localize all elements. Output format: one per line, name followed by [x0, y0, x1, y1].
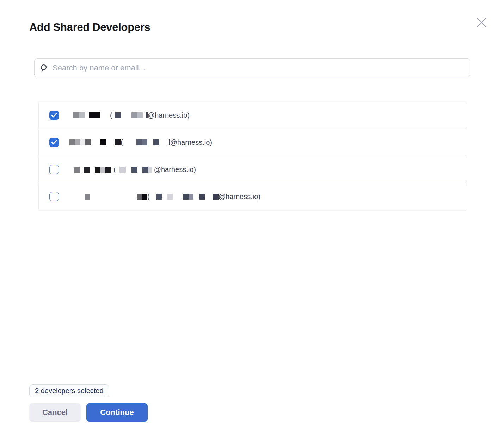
spacer — [126, 169, 131, 170]
spacer — [90, 169, 95, 170]
spacer — [69, 197, 85, 197]
page-title: Add Shared Developers — [29, 21, 150, 34]
redacted-block — [84, 167, 90, 173]
redacted-block — [142, 167, 152, 173]
spacer — [137, 169, 142, 170]
spacer — [69, 115, 73, 116]
spacer — [91, 142, 100, 143]
redacted-block — [69, 139, 91, 145]
developer-row[interactable]: (@harness.io) — [39, 156, 466, 183]
developer-name: (@harness.io) — [69, 193, 260, 201]
redacted-block — [73, 112, 85, 118]
spacer — [193, 197, 199, 197]
developer-email: @harness.io) — [148, 111, 190, 119]
developer-name: (@harness.io) — [69, 111, 190, 119]
redacted-block — [119, 167, 126, 173]
developer-checkbox[interactable] — [49, 111, 59, 120]
spacer — [112, 115, 115, 116]
redacted-block — [115, 112, 121, 118]
redacted-block — [131, 112, 143, 118]
developer-row[interactable]: (@harness.io) — [39, 102, 466, 129]
developer-checkbox[interactable] — [49, 138, 59, 147]
redacted-block — [85, 194, 90, 200]
cancel-button[interactable]: Cancel — [29, 403, 81, 422]
developer-name: (@harness.io) — [69, 166, 196, 174]
spacer — [150, 197, 156, 197]
developer-row[interactable]: (@harness.io) — [39, 183, 466, 210]
redacted-block — [95, 167, 111, 173]
search-box — [34, 58, 470, 77]
dialog-actions: Cancel Continue — [29, 403, 148, 422]
redacted-block — [199, 194, 205, 200]
spacer — [123, 142, 136, 143]
redacted-block — [131, 167, 137, 173]
redacted-block — [156, 194, 162, 200]
spacer — [111, 169, 113, 170]
developer-checkbox[interactable] — [49, 165, 59, 174]
redacted-block — [100, 139, 106, 145]
spacer — [106, 142, 115, 143]
spacer — [205, 197, 213, 197]
search-input[interactable] — [53, 63, 465, 73]
spacer — [80, 169, 84, 170]
spacer — [100, 115, 110, 116]
redacted-block — [136, 139, 147, 145]
developer-row[interactable]: (@harness.io) — [39, 129, 466, 156]
developer-email: @harness.io) — [154, 166, 196, 174]
redacted-block — [89, 112, 100, 118]
spacer — [90, 197, 137, 197]
spacer — [121, 115, 131, 116]
redacted-block — [167, 194, 173, 200]
redacted-block — [183, 194, 193, 200]
spacer — [116, 169, 119, 170]
spacer — [159, 142, 169, 143]
spacer — [147, 142, 153, 143]
developer-email: @harness.io) — [219, 193, 260, 201]
spacer — [85, 115, 89, 116]
selection-count-badge: 2 developers selected — [29, 384, 109, 397]
redacted-block — [115, 139, 121, 145]
close-icon[interactable] — [475, 16, 488, 29]
redacted-block — [153, 139, 159, 145]
developer-name: (@harness.io) — [69, 138, 212, 147]
developer-list: (@harness.io)(@harness.io)(@harness.io)(… — [39, 102, 466, 210]
redacted-block — [137, 194, 147, 200]
spacer — [69, 169, 74, 170]
search-icon — [40, 64, 48, 72]
developer-email: @harness.io) — [170, 138, 212, 147]
spacer — [162, 197, 167, 197]
add-shared-developers-dialog: Add Shared Developers (@harness.io)(@har… — [0, 0, 504, 441]
spacer — [173, 197, 183, 197]
name-text: ( — [147, 193, 150, 201]
redacted-block — [213, 194, 219, 200]
spacer — [143, 115, 146, 116]
redacted-block — [74, 167, 80, 173]
developer-checkbox[interactable] — [49, 192, 59, 201]
name-text: ( — [121, 138, 123, 147]
name-text: ( — [113, 166, 116, 174]
name-text: ( — [110, 111, 112, 119]
continue-button[interactable]: Continue — [86, 403, 148, 422]
